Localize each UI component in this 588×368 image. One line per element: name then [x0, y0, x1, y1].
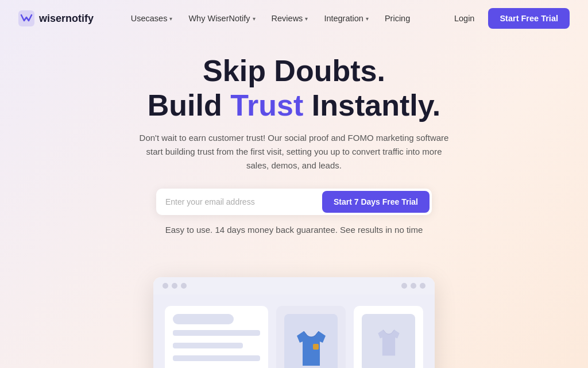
browser-dots — [163, 283, 187, 289]
browser-ctrl-2 — [411, 283, 416, 289]
nav-right: Login Start Free Trial — [447, 8, 570, 29]
browser-dot-2 — [172, 283, 177, 289]
browser-dot-3 — [181, 283, 187, 289]
chevron-down-icon: ▾ — [366, 16, 369, 22]
browser-ctrl-1 — [401, 283, 407, 289]
email-form: Start 7 Days Free Trial — [156, 189, 432, 215]
nav-usecases[interactable]: Usecases ▾ — [124, 10, 180, 26]
nav-pricing[interactable]: Pricing — [378, 10, 417, 26]
chevron-down-icon: ▾ — [305, 16, 308, 22]
placeholder-line — [173, 355, 260, 361]
hero-description: Don't wait to earn customer trust! Our s… — [139, 131, 449, 172]
navbar: wisernotify Usecases ▾ Why WiserNotify ▾… — [0, 0, 588, 37]
nav-links: Usecases ▾ Why WiserNotify ▾ Reviews ▾ I… — [124, 10, 417, 26]
nav-why-wisernotify[interactable]: Why WiserNotify ▾ — [181, 10, 262, 26]
sidebar-pill — [173, 314, 234, 324]
browser-ctrl-3 — [420, 283, 425, 289]
email-input[interactable] — [165, 191, 322, 212]
sidebar-card — [165, 306, 268, 368]
guarantee-text: Easy to use. 14 days money back guarante… — [139, 223, 449, 237]
placeholder-line — [173, 330, 260, 336]
logo[interactable]: wisernotify — [18, 10, 94, 26]
browser-mockup: t T-shirts, Get 1 free ive Collection Av… — [153, 277, 435, 368]
hero-headline: Skip Doubts. Build Trust Instantly. — [11, 54, 577, 123]
svg-rect-1 — [313, 344, 319, 350]
start-trial-cta-button[interactable]: Start 7 Days Free Trial — [322, 191, 430, 213]
browser-bar — [153, 277, 435, 294]
nav-reviews[interactable]: Reviews ▾ — [265, 10, 315, 26]
product-image-secondary — [362, 314, 415, 368]
browser-dot-1 — [163, 283, 168, 289]
hero-visual: t T-shirts, Get 1 free ive Collection Av… — [0, 264, 588, 368]
browser-content — [153, 294, 435, 368]
start-free-trial-button[interactable]: Start Free Trial — [488, 8, 570, 29]
nav-integration[interactable]: Integration ▾ — [317, 10, 376, 26]
login-button[interactable]: Login — [447, 10, 481, 26]
placeholder-line — [173, 343, 243, 348]
product-card-main — [276, 306, 346, 368]
hero-section: Skip Doubts. Build Trust Instantly. Don'… — [0, 37, 588, 264]
browser-controls — [401, 283, 425, 289]
chevron-down-icon: ▾ — [169, 16, 172, 22]
chevron-down-icon: ▾ — [253, 16, 256, 22]
product-image-main — [284, 314, 338, 368]
product-card-secondary — [354, 306, 423, 368]
